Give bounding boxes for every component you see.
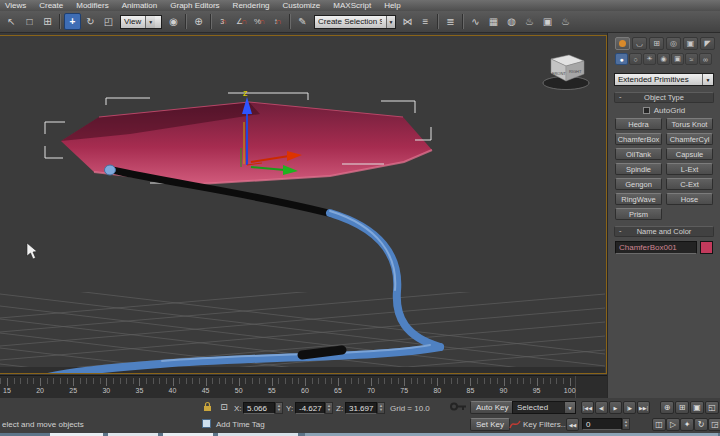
viewport-layout-button[interactable]: ◫ [652,418,666,431]
pan-view-button[interactable]: ✦ [680,418,694,431]
object-type-rollout-header[interactable]: - Object Type [614,92,714,103]
autogrid-checkbox[interactable] [643,107,650,114]
category-geometry[interactable]: ● [615,53,628,65]
frame-spinner[interactable]: ▲▼ [622,418,630,430]
button-chamfercyl[interactable]: ChamferCyl [666,133,713,145]
y-coordinate-field[interactable]: -4.627 [295,402,325,414]
z-coordinate-field[interactable]: 31.697 [345,402,377,414]
menu-views[interactable]: Views [5,0,26,11]
tab-hierarchy[interactable]: ⊞ [649,37,664,50]
rendered-frame-window-button[interactable]: ▣ [539,13,556,30]
category-systems[interactable]: ∞ [699,53,712,65]
material-editor-button[interactable]: ◍ [503,13,520,30]
key-filters-button[interactable]: Key Filters... [523,420,567,429]
viewport[interactable]: Z FRONT RIGHT [0,35,607,374]
select-and-move-button[interactable]: + [64,13,81,30]
align-button[interactable]: ≡ [417,13,434,30]
selection-region-button[interactable]: □ [21,13,38,30]
primitive-category-dropdown[interactable]: Extended Primitives ▼ [614,73,714,86]
spinner-snap-button[interactable]: ↕∩ [269,13,286,30]
zoom-button[interactable]: ⊕ [660,401,674,414]
category-cameras[interactable]: ◉ [657,53,670,65]
select-object-button[interactable]: ↖ [3,13,20,30]
tab-modify[interactable]: ◡ [632,37,647,50]
menu-help[interactable]: Help [384,0,400,11]
previous-frame-button[interactable]: ◀| [595,401,608,414]
absolute-mode-toggle[interactable]: ⊡ [218,401,230,413]
object-color-swatch[interactable] [700,241,713,254]
button-spindle[interactable]: Spindle [615,163,662,175]
curve-editor-button[interactable]: ∿ [467,13,484,30]
render-production-button[interactable]: ♨ [557,13,574,30]
reference-coordinate-dropdown[interactable]: View ▼ [120,15,162,29]
button-c-ext[interactable]: C-Ext [666,178,713,190]
y-spinner[interactable]: ▲▼ [325,402,333,414]
tab-utilities[interactable]: ◤ [700,37,715,50]
button-hedra[interactable]: Hedra [615,118,662,130]
hose-spline[interactable] [48,165,440,373]
set-key-button[interactable]: Set Key [470,418,510,431]
zoom-extents-button[interactable]: ▣ [690,401,704,414]
go-to-end-button[interactable]: ▶▶| [637,401,650,414]
menu-modifiers[interactable]: Modifiers [76,0,108,11]
menu-customize[interactable]: Customize [283,0,321,11]
tab-motion[interactable]: ◎ [666,37,681,50]
percent-snap-button[interactable]: %∩ [251,13,268,30]
auto-key-button[interactable]: Auto Key [470,401,514,414]
category-lights[interactable]: ☀ [643,53,656,65]
z-spinner[interactable]: ▲▼ [377,402,385,414]
zoom-region-button[interactable]: ◱ [705,401,719,414]
select-and-scale-button[interactable]: ◰ [100,13,117,30]
edit-named-selection-sets-button[interactable]: ✎ [294,13,311,30]
window-crossing-icon: ⊞ [43,17,51,27]
menu-maxscript[interactable]: MAXScript [333,0,371,11]
button-l-ext[interactable]: L-Ext [666,163,713,175]
zoom-all-button[interactable]: ⊞ [675,401,689,414]
add-time-tag[interactable]: Add Time Tag [216,420,265,429]
field-of-view-button[interactable]: ▷ [666,418,680,431]
snap-toggle-3d-button[interactable]: 3∩ [215,13,232,30]
layer-manager-button[interactable]: ≣ [442,13,459,30]
menu-rendering[interactable]: Rendering [233,0,270,11]
name-color-rollout-header[interactable]: - Name and Color [614,226,714,237]
next-frame-button[interactable]: |▶ [623,401,636,414]
use-pivot-center-button[interactable]: ◉ [165,13,182,30]
window-crossing-button[interactable]: ⊞ [39,13,56,30]
button-oiltank[interactable]: OilTank [615,148,662,160]
select-and-rotate-button[interactable]: ↻ [82,13,99,30]
render-setup-button[interactable]: ♨ [521,13,538,30]
select-and-manipulate-button[interactable]: ⊕ [190,13,207,30]
viewcube[interactable]: FRONT RIGHT [543,55,589,90]
schematic-view-button[interactable]: ▦ [485,13,502,30]
maximize-viewport-button[interactable]: ◲ [708,418,720,431]
selection-lock-button[interactable] [202,401,213,413]
play-button[interactable]: ▶ [609,401,622,414]
angle-snap-button[interactable]: ∠∩ [233,13,250,30]
tab-display[interactable]: ▣ [683,37,698,50]
x-spinner[interactable]: ▲▼ [275,402,283,414]
menu-graph-editors[interactable]: Graph Editors [170,0,219,11]
named-selection-set-dropdown[interactable]: Create Selection Se ▼ [314,15,396,29]
object-name-field[interactable]: ChamferBox001 [615,241,697,254]
category-shapes[interactable]: ○ [629,53,642,65]
menu-animation[interactable]: Animation [122,0,158,11]
x-coordinate-field[interactable]: 5.066 [243,402,275,414]
button-gengon[interactable]: Gengon [615,178,662,190]
mirror-button[interactable]: ⋈ [399,13,416,30]
menu-create[interactable]: Create [39,0,63,11]
category-spacewarps[interactable]: ≈ [685,53,698,65]
key-mode-toggle[interactable]: ◀◀ [566,418,579,431]
button-hose[interactable]: Hose [666,193,713,205]
trackbar-ruler[interactable]: 1520253035404550556065707580859095100 [0,376,576,399]
button-torus-knot[interactable]: Torus Knot [666,118,713,130]
category-helpers[interactable]: ▣ [671,53,684,65]
current-frame-field[interactable]: 0 [582,418,622,430]
tab-create[interactable] [615,37,630,50]
button-capsule[interactable]: Capsule [666,148,713,160]
go-to-start-button[interactable]: |◀◀ [581,401,594,414]
button-chamferbox[interactable]: ChamferBox [615,133,662,145]
time-selection-dropdown[interactable]: Selected▼ [512,401,576,414]
button-ringwave[interactable]: RingWave [615,193,662,205]
orbit-button[interactable]: ↻ [694,418,708,431]
button-prism[interactable]: Prism [615,208,662,220]
